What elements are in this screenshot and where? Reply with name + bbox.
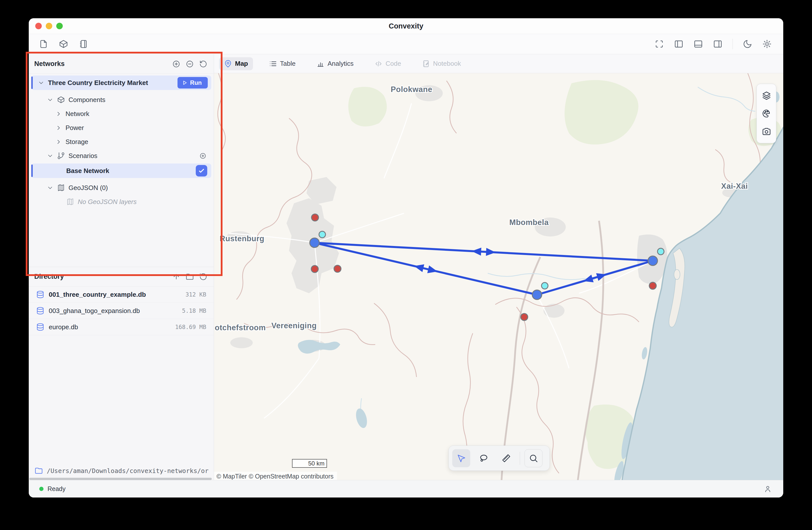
app-window: Convexity — [29, 18, 783, 498]
tab-label: Code — [386, 60, 401, 68]
path-bar[interactable]: /Users/aman/Downloads/convexity-networks… — [29, 463, 214, 479]
new-file-button[interactable] — [39, 39, 48, 49]
chevron-down-icon[interactable] — [38, 80, 44, 86]
tree-item-network[interactable]: Network — [31, 106, 211, 121]
components-button[interactable] — [59, 39, 68, 49]
generator-node[interactable] — [311, 266, 318, 272]
transmission-line[interactable] — [537, 261, 653, 295]
toggle-right-panel-button[interactable] — [713, 39, 723, 49]
chevron-down-icon[interactable] — [47, 153, 54, 159]
tab-analytics[interactable]: Analytics — [311, 57, 359, 70]
open-folder-button[interactable] — [186, 273, 194, 281]
select-tool-button[interactable] — [452, 449, 470, 467]
toggle-left-panel-button[interactable] — [674, 39, 683, 49]
transmission-line[interactable] — [315, 243, 653, 261]
transmission-line[interactable] — [315, 243, 537, 295]
remove-network-button[interactable] — [186, 60, 194, 68]
zoom-window-button[interactable] — [56, 23, 63, 29]
search-tool-button[interactable] — [524, 449, 542, 467]
file-row[interactable]: europe.db 168.69 MB — [29, 319, 214, 335]
directory-up-button[interactable] — [172, 273, 180, 281]
generator-node[interactable] — [311, 214, 319, 221]
tree-item-label: Storage — [66, 138, 88, 146]
city-label: Mbombela — [509, 218, 549, 227]
tree-item-label: Network — [66, 110, 89, 118]
tree-item-power[interactable]: Power — [31, 120, 211, 135]
chevron-right-icon[interactable] — [55, 125, 62, 131]
box-icon — [57, 96, 65, 104]
geojson-label: GeoJSON (0) — [69, 184, 108, 192]
play-icon — [182, 80, 188, 86]
bus-node[interactable] — [648, 256, 657, 266]
map-tools-bottom — [449, 445, 550, 471]
tree-item-label: Power — [66, 124, 84, 132]
tab-code[interactable]: Code — [369, 57, 406, 70]
map-attribution: © MapTiler © OpenStreetMap contributors — [214, 472, 337, 480]
generator-node[interactable] — [521, 314, 528, 320]
run-button[interactable]: Run — [177, 77, 208, 88]
lasso-icon — [479, 454, 489, 463]
map-style-button[interactable] — [762, 109, 771, 118]
scenario-checkbox[interactable] — [196, 165, 207, 176]
scenarios-label: Scenarios — [69, 152, 98, 160]
measure-tool-button[interactable] — [497, 449, 515, 467]
tree-item-components[interactable]: Components — [31, 92, 211, 107]
map-view[interactable]: PolokwaneRustenburgMbombelaXai-XaiVereen… — [214, 73, 783, 480]
sidebar: Networks Three Country Electricity Marke… — [29, 54, 214, 480]
load-node[interactable] — [541, 283, 548, 289]
notebook-panel-button[interactable] — [79, 39, 88, 49]
file-row[interactable]: 001_three_country_example.db 312 KB — [29, 286, 214, 303]
chevron-down-icon[interactable] — [47, 97, 54, 103]
tree-item-network-root[interactable]: Three Country Electricity Market Run — [31, 75, 211, 90]
horizontal-scrollbar[interactable] — [29, 478, 211, 480]
screenshot-button[interactable] — [762, 127, 771, 136]
file-row[interactable]: 003_ghana_togo_expansion.db 5.18 MB — [29, 303, 214, 319]
add-network-button[interactable] — [172, 60, 180, 68]
file-name: europe.db — [49, 323, 78, 331]
scrollbar-thumb[interactable] — [29, 478, 212, 480]
generator-node[interactable] — [649, 282, 656, 289]
flow-arrow-icon — [596, 273, 607, 281]
chevron-right-icon[interactable] — [55, 111, 62, 117]
load-node[interactable] — [319, 231, 325, 238]
lasso-tool-button[interactable] — [475, 449, 493, 467]
dark-mode-button[interactable] — [743, 39, 752, 49]
settings-button[interactable] — [762, 39, 772, 49]
user-icon[interactable] — [764, 485, 772, 493]
chevron-right-icon[interactable] — [55, 139, 62, 145]
network-overlay[interactable]: PolokwaneRustenburgMbombelaXai-XaiVereen… — [214, 73, 783, 480]
tree-item-scenarios[interactable]: Scenarios — [31, 148, 211, 163]
scan-icon — [654, 39, 664, 49]
tab-label: Table — [280, 60, 295, 68]
generator-node[interactable] — [334, 265, 341, 272]
refresh-networks-button[interactable] — [199, 60, 207, 68]
directory-panel-header: Directory — [29, 267, 214, 286]
scenario-label: Base Network — [66, 167, 109, 175]
fullscreen-button[interactable] — [654, 39, 664, 49]
load-node[interactable] — [657, 248, 664, 255]
bus-node[interactable] — [310, 238, 319, 247]
tree-item-base-network[interactable]: Base Network — [31, 163, 211, 178]
layers-button[interactable] — [762, 91, 771, 100]
chevron-down-icon[interactable] — [47, 185, 54, 191]
city-label: Vereeniging — [271, 321, 317, 330]
tab-map[interactable]: Map — [219, 57, 253, 70]
tab-notebook[interactable]: Notebook — [417, 57, 466, 70]
gear-icon — [762, 39, 772, 49]
tree-item-geojson[interactable]: GeoJSON (0) — [31, 181, 211, 195]
main-panel: Map Table Analytics Code — [214, 54, 783, 480]
tree-item-storage[interactable]: Storage — [31, 134, 211, 149]
minimize-window-button[interactable] — [46, 23, 52, 29]
tab-table[interactable]: Table — [264, 57, 301, 70]
close-window-button[interactable] — [35, 23, 42, 29]
window-title: Convexity — [389, 22, 423, 30]
map-scale-bar: 50 km — [292, 459, 327, 468]
add-scenario-button[interactable] — [200, 153, 206, 159]
git-branch-icon — [57, 152, 65, 160]
networks-title: Networks — [34, 60, 65, 68]
tab-label: Notebook — [433, 60, 461, 68]
bus-node[interactable] — [532, 290, 542, 300]
table-list-icon — [269, 60, 277, 68]
toggle-bottom-panel-button[interactable] — [694, 39, 703, 49]
refresh-directory-button[interactable] — [199, 273, 207, 281]
